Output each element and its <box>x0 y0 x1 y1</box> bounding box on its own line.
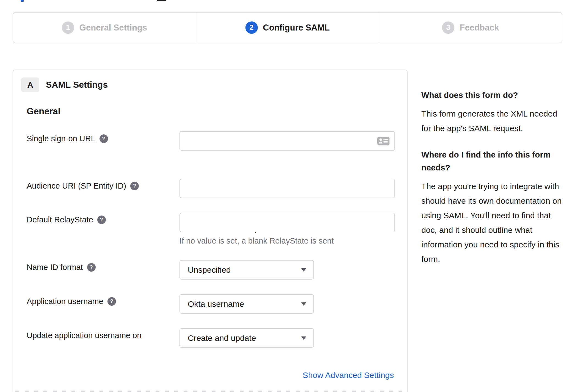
show-advanced-settings-link[interactable]: Show Advanced Settings <box>303 370 394 380</box>
relaystate-hint: If no value is set, a blank RelayState i… <box>179 236 334 245</box>
step-number-badge: 3 <box>442 21 454 34</box>
sidebar-what-body: This form generates the XML needed for t… <box>421 106 566 136</box>
step-feedback[interactable]: 3 Feedback <box>379 13 562 43</box>
step-label: General Settings <box>79 23 147 33</box>
nameid-format-selected-value: Unspecified <box>188 265 231 275</box>
step-number-badge: 1 <box>62 21 74 34</box>
sso-url-label: Single sign-on URL <box>27 134 95 143</box>
help-icon[interactable]: ? <box>97 216 106 224</box>
help-icon[interactable]: ? <box>107 297 116 306</box>
help-sidebar: What does this form do? This form genera… <box>421 89 566 266</box>
section-letter-badge: A <box>21 78 39 92</box>
section-title: SAML Settings <box>46 78 108 92</box>
sidebar-where-heading: Where do I find the info this form needs… <box>421 148 566 174</box>
step-label: Feedback <box>460 23 499 33</box>
saml-settings-card: A SAML Settings General Single sign-on U… <box>13 70 408 392</box>
update-username-label: Update application username on <box>27 331 142 340</box>
chevron-down-icon <box>301 268 306 272</box>
nameid-format-label-row: Name ID format ? <box>27 263 96 272</box>
app-username-label: Application username <box>27 297 103 306</box>
app-username-label-row: Application username ? <box>27 297 116 306</box>
update-username-selected-value: Create and update <box>188 333 256 343</box>
step-number-badge: 2 <box>245 21 258 34</box>
nameid-format-label: Name ID format <box>27 263 83 272</box>
cropped-header-artifact-black <box>157 0 166 1</box>
step-configure-saml[interactable]: 2 Configure SAML <box>196 13 379 43</box>
audience-uri-input[interactable] <box>179 179 395 198</box>
app-username-select[interactable]: Okta username <box>179 294 314 314</box>
sso-url-input[interactable] <box>179 131 395 151</box>
relaystate-input[interactable] <box>179 213 395 232</box>
help-icon[interactable]: ? <box>130 182 139 190</box>
help-icon[interactable]: ? <box>99 134 108 143</box>
update-username-select[interactable]: Create and update <box>179 328 314 348</box>
chevron-down-icon <box>301 302 306 306</box>
step-general-settings[interactable]: 1 General Settings <box>13 13 196 43</box>
general-group-heading: General <box>27 106 60 117</box>
sso-url-label-row: Single sign-on URL ? <box>27 134 108 143</box>
update-username-label-row: Update application username on <box>27 331 142 340</box>
audience-uri-label: Audience URI (SP Entity ID) <box>27 181 126 191</box>
audience-uri-label-row: Audience URI (SP Entity ID) ? <box>27 181 139 191</box>
contact-card-icon[interactable] <box>377 136 390 146</box>
step-label: Configure SAML <box>263 23 330 33</box>
dashed-section-divider <box>15 391 405 392</box>
sidebar-what-heading: What does this form do? <box>421 89 566 101</box>
help-icon[interactable]: ? <box>87 263 96 272</box>
nameid-format-select[interactable]: Unspecified <box>179 260 314 280</box>
chevron-down-icon <box>301 336 306 340</box>
relaystate-label-row: Default RelayState ? <box>27 215 106 224</box>
sidebar-where-body: The app you're trying to integrate with … <box>421 179 566 266</box>
app-username-selected-value: Okta username <box>188 299 244 309</box>
relaystate-label: Default RelayState <box>27 215 93 224</box>
cropped-header-artifact-blue <box>21 0 24 2</box>
wizard-stepper: 1 General Settings 2 Configure SAML 3 Fe… <box>13 12 562 43</box>
